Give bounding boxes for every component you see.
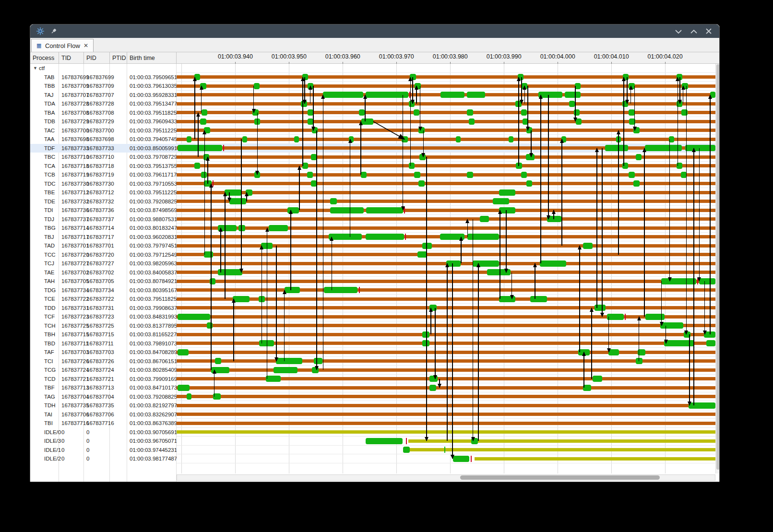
process-name: TDH bbox=[44, 402, 56, 408]
process-row[interactable]: TAI16783770616783770601:00:03.832629079 bbox=[30, 410, 177, 419]
column-header-pid[interactable]: PID bbox=[84, 52, 110, 64]
expand-collapse-icon[interactable]: ▼ bbox=[33, 66, 37, 71]
process-row[interactable]: TBC16783771016783771001:00:03.797087299 bbox=[30, 153, 177, 162]
tid-value: 167837727 bbox=[61, 260, 89, 266]
tid-value: 167837708 bbox=[61, 110, 89, 116]
process-row[interactable]: TCE16783772216783772201:00:03.795118259 bbox=[30, 295, 177, 304]
process-row[interactable]: TAD16783770116783770101:00:03.797974519 bbox=[30, 241, 177, 250]
pid-value: 167837731 bbox=[86, 305, 114, 311]
process-row[interactable]: TDC16783773016783773001:00:03.797105539 bbox=[30, 179, 177, 189]
column-header-row: ProcessTIDPIDPTIDBirth time01:00:03.9400… bbox=[30, 52, 719, 64]
process-row[interactable]: IDLE/30001:00:03.967050719 bbox=[30, 437, 177, 446]
birth-time-value: 01:00:03.794057459 bbox=[130, 136, 180, 142]
tid-value: 167837734 bbox=[61, 287, 89, 293]
tab-control-flow[interactable]: ≣ Control Flow ✕ bbox=[31, 39, 94, 52]
timeline-chart[interactable] bbox=[177, 64, 715, 473]
birth-time-value: 01:00:03.848319939 bbox=[130, 314, 180, 319]
process-row[interactable]: TAH16783770516783770501:00:03.807849219 bbox=[30, 277, 177, 286]
process-name: TBG bbox=[44, 225, 56, 231]
vertical-scrollbar-thumb[interactable] bbox=[716, 64, 720, 470]
process-name: TCB bbox=[44, 172, 55, 177]
process-row[interactable]: TDG16783773416783773401:00:03.803951679 bbox=[30, 286, 177, 295]
column-header-process[interactable]: Process bbox=[30, 52, 59, 64]
tid-value: 167837731 bbox=[61, 305, 89, 311]
pid-value: 167837708 bbox=[86, 110, 114, 116]
process-row[interactable]: TCF16783772316783772301:00:03.848319939 bbox=[30, 312, 177, 321]
trace-group-row[interactable]: ▼ctf bbox=[30, 64, 177, 73]
tab-close-icon[interactable]: ✕ bbox=[83, 42, 88, 49]
time-axis[interactable]: 01:00:03.94001:00:03.95001:00:03.96001:0… bbox=[177, 52, 715, 64]
pid-value: 167837728 bbox=[86, 101, 114, 106]
process-row[interactable]: TDB16783772916783772901:00:03.796094339 bbox=[30, 117, 177, 126]
collapse-window-icon[interactable] bbox=[675, 29, 682, 34]
process-row[interactable]: TAG16783770416783770401:00:03.792088259 bbox=[30, 392, 177, 402]
process-row[interactable]: TAB16783769916783769901:00:03.795096519 bbox=[30, 73, 177, 82]
tid-value: 167837713 bbox=[61, 385, 89, 390]
tid-value: 167837710 bbox=[61, 154, 89, 160]
process-row[interactable]: TAJ16783770716783770701:00:03.959283319 bbox=[30, 91, 177, 100]
process-row[interactable]: TDD16783773116783773101:00:03.799086379 bbox=[30, 304, 177, 313]
column-header-tid[interactable]: TID bbox=[59, 52, 84, 64]
tid-value: 167837706 bbox=[61, 412, 89, 417]
pid-value: 167837716 bbox=[86, 420, 114, 426]
process-name: TBH bbox=[44, 331, 55, 337]
process-row[interactable]: TCG16783772416783772401:00:03.802854099 bbox=[30, 366, 177, 375]
pid-value: 167837735 bbox=[86, 402, 114, 408]
process-row[interactable]: TAC16783770016783770001:00:03.795112259 bbox=[30, 126, 177, 135]
process-row[interactable]: TBA16783770816783770801:00:03.795118259 bbox=[30, 108, 177, 118]
birth-time-value: 01:00:03.795134779 bbox=[130, 101, 180, 106]
process-row[interactable]: TCC16783772016783772001:00:03.797125499 bbox=[30, 250, 177, 260]
process-name: TAD bbox=[44, 243, 55, 248]
process-row[interactable]: TCA16783771816783771801:00:03.795137559 bbox=[30, 162, 177, 171]
process-row[interactable]: TAA16783769816783769801:00:03.794057459 bbox=[30, 135, 177, 144]
process-row[interactable]: TBH16783771516783771501:00:03.811652279 bbox=[30, 330, 177, 339]
column-header-birth-time[interactable]: Birth time bbox=[127, 52, 177, 64]
axis-label: 01:00:03.990 bbox=[487, 53, 522, 60]
horizontal-scrollbar[interactable] bbox=[177, 474, 715, 481]
close-window-icon[interactable] bbox=[706, 28, 712, 34]
process-row[interactable]: IDLE/20001:00:03.981774879 bbox=[30, 454, 177, 463]
tid-value: 167837735 bbox=[61, 402, 89, 408]
birth-time-value: 01:00:03.801832479 bbox=[130, 225, 180, 231]
process-row[interactable]: TDA16783772816783772801:00:03.795134779 bbox=[30, 99, 177, 108]
vertical-scrollbar[interactable] bbox=[715, 64, 720, 473]
process-name: TAJ bbox=[44, 92, 54, 98]
process-row[interactable]: TDE16783773216783773201:00:03.792088259 bbox=[30, 197, 177, 206]
process-row[interactable]: TCI16783772616783772601:00:03.867061519 bbox=[30, 357, 177, 366]
birth-time-value: 01:00:03.796117179 bbox=[130, 172, 180, 177]
process-row[interactable]: TBI16783771616783771601:00:03.863763899 bbox=[30, 419, 177, 428]
pid-value: 167837711 bbox=[86, 341, 114, 346]
process-row[interactable]: TBF16783771316783771301:00:03.847101739 bbox=[30, 383, 177, 392]
process-name: TAI bbox=[44, 412, 52, 417]
expand-window-icon[interactable] bbox=[690, 29, 697, 34]
birth-time-value: 01:00:03.799086379 bbox=[130, 305, 180, 311]
process-row[interactable]: TBJ16783771716783771701:00:03.960208319 bbox=[30, 233, 177, 242]
process-row[interactable]: TDH16783773516783773501:00:03.821927979 bbox=[30, 401, 177, 410]
process-row[interactable]: TDI16783773616783773601:00:03.874985699 bbox=[30, 206, 177, 215]
process-row[interactable]: TAE16783770216783770201:00:03.840058379 bbox=[30, 268, 177, 277]
process-row[interactable]: TCB16783771916783771901:00:03.796117179 bbox=[30, 170, 177, 179]
pin-icon[interactable] bbox=[48, 26, 59, 36]
process-row[interactable]: TCJ16783772716783772701:00:03.982059639 bbox=[30, 259, 177, 268]
window-titlebar[interactable] bbox=[30, 24, 719, 38]
process-row[interactable]: TBG16783771416783771401:00:03.801832479 bbox=[30, 224, 177, 233]
pid-value: 167837701 bbox=[86, 243, 114, 248]
horizontal-scrollbar-thumb[interactable] bbox=[460, 475, 660, 480]
process-row[interactable]: IDLE/10001:00:03.974452319 bbox=[30, 446, 177, 455]
process-row[interactable]: TCD16783772116783772101:00:03.799091699 bbox=[30, 375, 177, 384]
process-row[interactable]: TDF16783773316783773301:00:03.850059919 bbox=[30, 144, 177, 153]
process-table: ▼ctfTAB16783769916783769901:00:03.795096… bbox=[30, 64, 177, 482]
process-row[interactable]: TBB16783770916783770901:00:03.796130359 bbox=[30, 82, 177, 91]
process-name: TDC bbox=[44, 181, 56, 187]
process-row[interactable]: TDJ16783773716783773701:00:03.988075319 bbox=[30, 215, 177, 224]
process-name: TBA bbox=[44, 110, 55, 116]
process-row[interactable]: IDLE/00001:00:03.907056919 bbox=[30, 428, 177, 437]
process-row[interactable]: TAF16783770316783770301:00:03.847082899 bbox=[30, 348, 177, 357]
process-row[interactable]: TBD16783771116783771101:00:03.798910739 bbox=[30, 339, 177, 348]
process-row[interactable]: TCH16783772516783772501:00:03.813778959 bbox=[30, 321, 177, 331]
process-row[interactable]: TBE16783771216783771201:00:03.795112259 bbox=[30, 188, 177, 197]
tid-value: 167837699 bbox=[61, 74, 89, 80]
column-header-ptid[interactable]: PTID bbox=[110, 52, 127, 64]
tid-value: 167837718 bbox=[61, 163, 89, 169]
birth-time-value: 01:00:03.967050719 bbox=[130, 438, 180, 444]
